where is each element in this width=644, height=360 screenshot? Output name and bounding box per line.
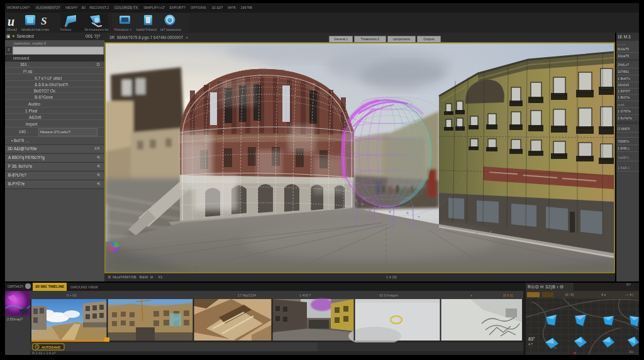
svg-text:AUTOSAVE: AUTOSAVE bbox=[42, 346, 60, 349]
svg-text:— 4 |: — 4 | bbox=[625, 293, 633, 297]
svg-text:1 400.?: 1 400.? bbox=[299, 293, 311, 297]
svg-text:4 s: 4 s bbox=[601, 293, 606, 297]
svg-text:0 + 00: 0 + 00 bbox=[67, 293, 76, 297]
svg-text:Retractor +: Retractor + bbox=[114, 28, 131, 31]
svg-text:battleTriband: battleTriband bbox=[136, 28, 157, 31]
svg-text:Februs: Februs bbox=[60, 28, 71, 31]
svg-text:fababctrl-bal-crats: fababctrl-bal-crats bbox=[21, 28, 49, 31]
svg-text:u: u bbox=[8, 14, 14, 28]
svg-text:[0.0 ±]: [0.0 ±] bbox=[503, 293, 513, 297]
svg-text:ta? banacoes: ta? banacoes bbox=[160, 28, 181, 31]
svg-text:83°: 83° bbox=[528, 337, 535, 341]
svg-text:d3 0 images: d3 0 images bbox=[379, 293, 398, 297]
svg-text:⟨0 / 5⟩: ⟨0 / 5⟩ bbox=[565, 293, 574, 297]
svg-text:1Beta2: 1Beta2 bbox=[6, 28, 17, 31]
svg-text:S: S bbox=[41, 15, 47, 27]
svg-text:R⊙Ω H 32|B ι Θ: R⊙Ω H 32|B ι Θ bbox=[528, 285, 564, 290]
svg-text:3d-treasures-bc: 3d-treasures-bc bbox=[84, 28, 109, 31]
svg-text:4 ?: 4 ? bbox=[528, 342, 533, 346]
svg-text:+: + bbox=[470, 293, 472, 297]
svg-text:17 Mg/1234: 17 Mg/1234 bbox=[238, 293, 256, 297]
